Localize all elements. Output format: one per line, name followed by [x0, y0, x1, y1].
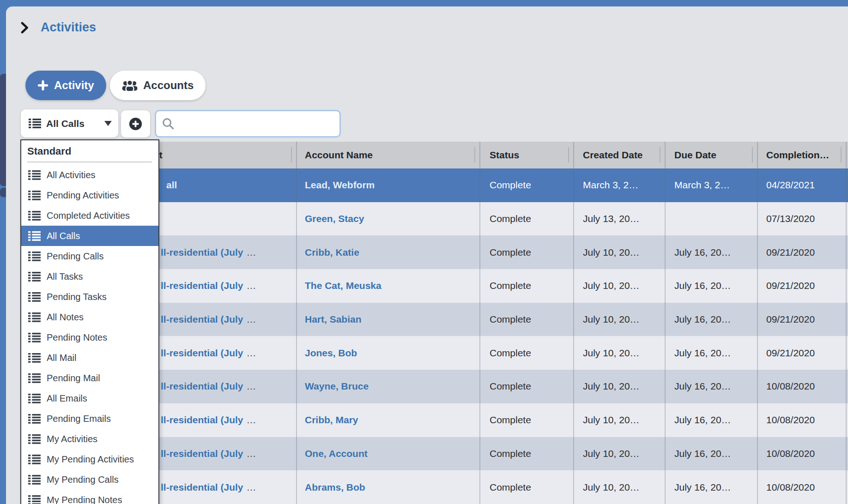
account-link[interactable]: Abrams, Bob: [305, 482, 365, 493]
list-icon: [28, 252, 41, 261]
column-header-due-date[interactable]: Due Date: [666, 142, 758, 168]
dropdown-item-my-pending-notes[interactable]: My Pending Notes: [21, 490, 158, 504]
subject-link[interactable]: ll-residential (July: [161, 381, 243, 392]
account-name-cell: One, Account: [297, 437, 480, 471]
dropdown-item-all-tasks[interactable]: All Tasks: [21, 266, 158, 287]
list-icon: [28, 333, 41, 342]
list-icon: [28, 170, 41, 180]
completion-date-cell: 10/08/2020: [758, 370, 847, 403]
account-name-cell: Hart, Sabian: [297, 303, 480, 336]
search-icon: [162, 117, 175, 130]
dropdown-item-my-pending-activities[interactable]: My Pending Activities: [21, 449, 158, 469]
dropdown-item-my-pending-calls[interactable]: My Pending Calls: [21, 469, 158, 490]
table-row[interactable]: ll-residential (July…One, AccountComplet…: [53, 437, 848, 471]
search-input[interactable]: [178, 111, 339, 136]
completion-date-cell: 09/21/2020: [758, 336, 847, 370]
view-selector-button[interactable]: All Calls: [21, 109, 118, 138]
chevron-right-icon[interactable]: [21, 22, 29, 34]
status-cell: Complete: [480, 235, 574, 269]
dropdown-item-my-activities[interactable]: My Activities: [21, 429, 158, 449]
due-date-cell: July 16, 20…: [666, 269, 758, 303]
subject-link[interactable]: all: [166, 180, 177, 191]
collapsed-side-panel-tab-small[interactable]: [0, 188, 6, 197]
table-header-row: SubjectAccount NameStatusCreated DateDue…: [53, 142, 848, 168]
due-date-cell: July 16, 20…: [666, 336, 758, 370]
dropdown-item-all-activities[interactable]: All Activities: [21, 165, 158, 185]
subject-link[interactable]: ll-residential (July: [161, 314, 243, 325]
subject-link[interactable]: ll-residential (July: [161, 448, 243, 459]
dropdown-item-pending-notes[interactable]: Pending Notes: [21, 327, 158, 348]
subject-link[interactable]: ll-residential (July: [161, 414, 243, 426]
dropdown-item-all-emails[interactable]: All Emails: [21, 388, 158, 408]
account-link[interactable]: Green, Stacy: [305, 213, 364, 224]
list-icon: [28, 312, 41, 322]
table-row[interactable]: ll-residential (July…Cribb, KatieComplet…: [53, 235, 848, 269]
list-icon: [28, 211, 41, 221]
add-activity-label: Activity: [54, 79, 94, 92]
created-date-cell: July 10, 20…: [574, 269, 666, 303]
column-header-account-name[interactable]: Account Name: [297, 142, 480, 168]
subject-link[interactable]: ll-residential (July: [161, 247, 243, 258]
created-date-cell: July 10, 20…: [574, 336, 666, 370]
account-link[interactable]: The Cat, Meuska: [305, 280, 382, 291]
list-icon: [28, 272, 41, 282]
account-link[interactable]: One, Account: [305, 448, 368, 459]
column-header-status[interactable]: Status: [480, 142, 574, 168]
status-cell: Complete: [480, 303, 574, 336]
dropdown-item-pending-mail[interactable]: Pending Mail: [21, 368, 158, 388]
due-date-cell: July 16, 20…: [666, 303, 758, 336]
table-row[interactable]: ll-residential (July…Wayne, BruceComplet…: [53, 370, 848, 403]
subject-link[interactable]: ll-residential (July: [161, 280, 243, 291]
page-title[interactable]: Activities: [41, 20, 96, 35]
add-view-button[interactable]: [121, 110, 150, 138]
due-date-cell: July 16, 20…: [666, 470, 758, 504]
account-link[interactable]: Lead, Webform: [305, 180, 375, 191]
add-activity-button[interactable]: Activity: [25, 71, 106, 100]
due-date-cell: July 16, 20…: [666, 403, 758, 437]
completion-date-cell: 10/08/2020: [758, 403, 847, 437]
list-icon: [28, 414, 41, 424]
table-row[interactable]: ll-residential (July…Abrams, BobComplete…: [53, 470, 848, 504]
dropdown-item-all-notes[interactable]: All Notes: [21, 307, 158, 327]
completion-date-cell: 10/08/2020: [758, 437, 847, 471]
dropdown-item-pending-emails[interactable]: Pending Emails: [21, 408, 158, 429]
collapsed-side-panel-tab[interactable]: [0, 74, 6, 186]
dropdown-item-pending-calls[interactable]: Pending Calls: [21, 246, 158, 266]
table-row[interactable]: ll-residential (July…Cribb, MaryComplete…: [53, 403, 848, 437]
table-row[interactable]: allLead, WebformCompleteMarch 3, 2…March…: [53, 168, 848, 202]
dropdown-item-pending-tasks[interactable]: Pending Tasks: [21, 287, 158, 307]
breadcrumb: Activities: [21, 20, 96, 35]
table-row[interactable]: Green, StacyCompleteJuly 13, 20…07/13/20…: [53, 202, 848, 236]
list-icon: [28, 373, 41, 383]
dropdown-item-completed-activities[interactable]: Completed Activities: [21, 205, 158, 226]
table-row[interactable]: ll-residential (July…The Cat, MeuskaComp…: [53, 269, 848, 303]
subject-link[interactable]: ll-residential (July: [161, 482, 243, 493]
table-row[interactable]: ll-residential (July…Jones, BobCompleteJ…: [53, 336, 848, 370]
column-header-created-date[interactable]: Created Date: [574, 142, 666, 168]
due-date-cell: July 16, 20…: [666, 370, 758, 403]
created-date-cell: March 3, 2…: [574, 168, 666, 202]
account-link[interactable]: Jones, Bob: [305, 348, 357, 359]
subject-link[interactable]: ll-residential (July: [161, 348, 243, 359]
status-cell: Complete: [480, 370, 574, 403]
view-dropdown-menu: Standard All ActivitiesPending Activitie…: [20, 139, 159, 504]
account-link[interactable]: Cribb, Katie: [305, 247, 359, 258]
dropdown-item-all-mail[interactable]: All Mail: [21, 348, 158, 368]
account-link[interactable]: Wayne, Bruce: [305, 381, 369, 392]
due-date-cell: July 16, 20…: [666, 437, 758, 471]
status-cell: Complete: [480, 403, 574, 437]
dropdown-item-all-calls[interactable]: All Calls: [21, 226, 158, 246]
account-name-cell: Wayne, Bruce: [297, 370, 480, 403]
list-icon: [28, 455, 41, 464]
account-link[interactable]: Hart, Sabian: [305, 314, 362, 325]
column-header-completion[interactable]: Completion…: [758, 142, 847, 168]
window-top-bar: [0, 0, 848, 6]
list-icon: [28, 231, 41, 241]
table-row[interactable]: ll-residential (July…Hart, SabianComplet…: [53, 303, 848, 336]
account-name-cell: Abrams, Bob: [297, 470, 480, 504]
accounts-button[interactable]: Accounts: [110, 71, 206, 100]
dropdown-item-pending-activities[interactable]: Pending Activities: [21, 185, 158, 205]
list-icon: [28, 191, 41, 200]
account-link[interactable]: Cribb, Mary: [305, 414, 358, 426]
accounts-label: Accounts: [143, 79, 194, 92]
